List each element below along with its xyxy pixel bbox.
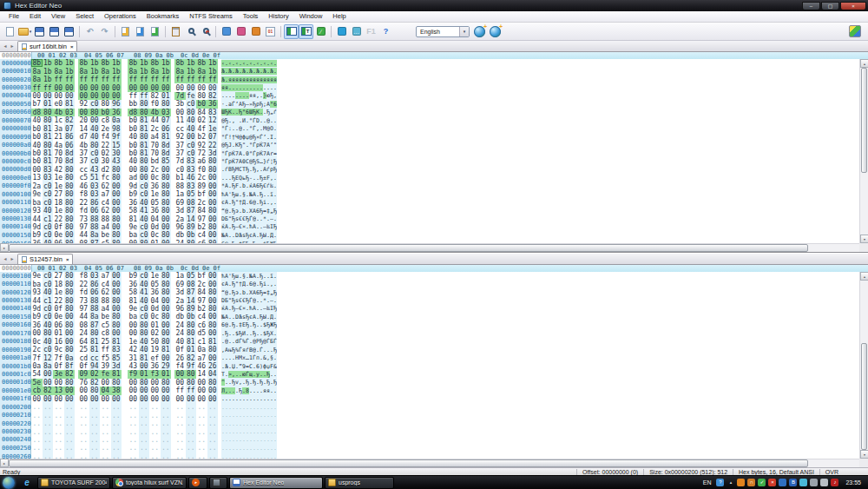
byte-cell[interactable]: 81 xyxy=(139,149,150,157)
byte-cell[interactable]: 81 xyxy=(43,125,54,133)
byte-cell[interactable]: 00 xyxy=(64,92,76,100)
ascii-char[interactable]: . xyxy=(273,199,277,206)
byte-cell[interactable]: b0 xyxy=(196,100,207,108)
byte-cell[interactable]: ff xyxy=(31,83,43,91)
byte-cell[interactable]: 14 xyxy=(186,215,197,222)
byte-cell[interactable]: 36 xyxy=(128,198,139,206)
byte-cell[interactable]: 8a xyxy=(53,67,64,75)
byte-cell[interactable]: 40 xyxy=(31,141,43,149)
byte-cell[interactable]: 80 xyxy=(111,215,122,222)
byte-cell[interactable]: 8a xyxy=(43,362,54,370)
byte-cell[interactable]: 0a xyxy=(31,362,43,370)
byte-cell[interactable]: 00 xyxy=(78,395,89,403)
byte-cell[interactable]: c8 xyxy=(100,116,111,124)
hidden-icons-chevron[interactable]: ▴ xyxy=(727,479,734,486)
byte-cell[interactable]: 06 xyxy=(161,125,172,133)
byte-cell[interactable]: 80 xyxy=(64,182,76,190)
byte-cell[interactable]: c0 xyxy=(139,313,150,320)
byte-cell[interactable]: ff xyxy=(100,76,111,83)
byte-cell[interactable]: 80 xyxy=(161,100,172,108)
scroll-right-icon[interactable]: ▸ xyxy=(0,243,9,252)
byte-cell[interactable]: 40 xyxy=(139,296,150,304)
byte-cell[interactable]: 1e xyxy=(53,288,64,296)
byte-cell[interactable]: 00 xyxy=(128,379,139,387)
byte-cell[interactable]: 70 xyxy=(53,157,64,165)
byte-cell[interactable]: 03 xyxy=(64,109,76,116)
byte-cell[interactable]: 00 xyxy=(161,83,172,91)
byte-cell[interactable]: ff xyxy=(149,76,161,83)
byte-cell[interactable]: 8a xyxy=(89,231,101,239)
byte-cell[interactable]: 07 xyxy=(64,125,76,133)
byte-cell[interactable]: 00 xyxy=(207,174,219,182)
maximize-button[interactable]: ▢ xyxy=(821,2,839,10)
byte-cell[interactable]: ba xyxy=(128,231,139,239)
byte-cell[interactable]: 72 xyxy=(196,149,207,157)
byte-cell[interactable]: 00 xyxy=(64,83,76,91)
byte-cell[interactable]: 36 xyxy=(31,321,43,329)
byte-cell[interactable]: 80 xyxy=(64,166,76,174)
new-file-icon[interactable] xyxy=(3,24,17,39)
byte-cell[interactable]: b9 xyxy=(128,190,139,198)
byte-cell[interactable]: 1b xyxy=(186,59,197,67)
byte-cell[interactable]: 80 xyxy=(139,166,150,174)
ascii-char[interactable]: ‚ xyxy=(232,117,235,124)
byte-cell[interactable]: 19 xyxy=(149,346,161,354)
ascii-char[interactable]: . xyxy=(273,330,277,337)
byte-cell[interactable]: 00 xyxy=(161,223,172,231)
taskbar-image-viewer-button[interactable] xyxy=(209,477,227,489)
byte-cell[interactable]: 69 xyxy=(174,198,186,206)
byte-cell[interactable]: 80 xyxy=(207,305,219,313)
byte-cell[interactable]: c0 xyxy=(43,305,54,313)
byte-cell[interactable]: 2c xyxy=(196,198,207,206)
byte-cell[interactable]: ff xyxy=(64,76,76,83)
byte-cell[interactable]: 85 xyxy=(161,157,172,165)
byte-cell[interactable]: 85 xyxy=(111,354,122,361)
byte-cell[interactable]: 1b xyxy=(43,67,54,75)
byte-cell[interactable]: 80 xyxy=(100,100,111,108)
byte-cell[interactable]: 22 xyxy=(78,198,89,206)
byte-cell[interactable]: 2c xyxy=(149,166,161,174)
copy-document-icon[interactable] xyxy=(133,24,148,39)
byte-cell[interactable]: 1b xyxy=(139,67,150,75)
byte-cell[interactable]: 00 xyxy=(78,387,89,394)
byte-cell[interactable]: 03 xyxy=(89,190,101,198)
byte-cell[interactable]: 8a xyxy=(78,67,89,75)
byte-cell[interactable]: 00 xyxy=(53,395,64,403)
byte-cell[interactable]: 92 xyxy=(78,100,89,108)
byte-cell[interactable]: 8a xyxy=(31,76,43,83)
byte-cell[interactable]: 80 xyxy=(43,109,54,116)
tray-clock[interactable]: 23:55 xyxy=(845,479,861,486)
byte-cell[interactable]: 1b xyxy=(64,67,76,75)
byte-cell[interactable]: 00 xyxy=(161,354,172,361)
byte-cell[interactable]: 00 xyxy=(64,395,76,403)
byte-cell[interactable]: 81 xyxy=(43,157,54,165)
byte-cell[interactable]: 83 xyxy=(186,166,197,174)
byte-cell[interactable]: 00 xyxy=(64,329,76,337)
byte-cell[interactable]: c0 xyxy=(89,100,101,108)
byte-cell[interactable]: f3 xyxy=(149,370,161,378)
byte-cell[interactable]: 00 xyxy=(64,313,76,320)
byte-cell[interactable]: ff xyxy=(174,387,186,394)
byte-cell[interactable]: 0f xyxy=(53,305,64,313)
byte-cell[interactable]: 00 xyxy=(207,272,219,280)
byte-cell[interactable]: 1b xyxy=(111,67,122,75)
byte-cell[interactable]: 21 xyxy=(53,133,64,141)
clipboard-icon[interactable] xyxy=(168,24,183,39)
byte-cell[interactable]: 1b xyxy=(207,67,219,75)
byte-cell[interactable]: 8a xyxy=(100,67,111,75)
byte-cell[interactable]: c6 xyxy=(196,321,207,329)
byte-cell[interactable]: 37 xyxy=(174,149,186,157)
byte-cell[interactable]: bf xyxy=(196,190,207,198)
taskbar-hex-editor-button[interactable]: Hex Editor Neo xyxy=(229,477,323,489)
ascii-char[interactable]: = xyxy=(273,150,277,157)
byte-cell[interactable]: 80 xyxy=(161,198,172,206)
byte-cell[interactable]: 3d xyxy=(174,207,186,215)
replace-icon[interactable] xyxy=(198,24,213,39)
byte-cell[interactable]: 1a xyxy=(174,190,186,198)
byte-cell[interactable]: a7 xyxy=(196,354,207,361)
byte-cell[interactable]: 80 xyxy=(161,231,172,239)
byte-cell[interactable]: 13 xyxy=(31,174,43,182)
byte-cell[interactable]: 1b xyxy=(43,76,54,83)
byte-cell[interactable]: 43 xyxy=(111,157,122,165)
byte-cell[interactable]: 40 xyxy=(139,215,150,222)
